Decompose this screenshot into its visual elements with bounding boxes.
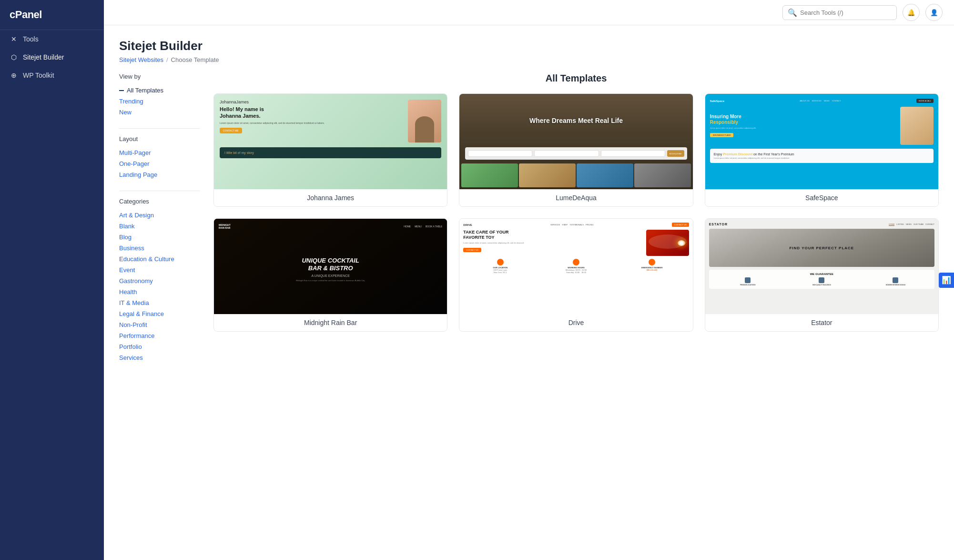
filter-portfolio[interactable]: Portfolio [119,341,200,352]
safespace-premium-desc: Lorem ipsum dolor sit amet, consectetur … [714,157,930,159]
cocktail-nav: MIDNIGHTRAIN BAR HOME MENU BOOK A TABLE [219,224,442,229]
estator-features: PREMIUM LOCATIONS HIGH QUALITY BUILDINGS… [712,277,932,286]
filter-art-design[interactable]: Art & Design [119,210,200,221]
safespace-book-btn: BOOK A CALL [916,99,934,103]
filter-landing-page[interactable]: Landing Page [119,169,200,180]
filter-multi-pager[interactable]: Multi-Pager [119,147,200,158]
template-preview-estator: ESTATOR HOME LISTING NEWS OUR TEAM CONTA… [705,219,938,314]
cocktail-logo: MIDNIGHTRAIN BAR [219,224,231,229]
filter-performance[interactable]: Performance [119,330,200,341]
sitejet-icon: ⬡ [10,53,18,61]
template-card-johanna-james[interactable]: JohannaJames Hello! My name isJohanna Ja… [213,93,447,207]
sidebar-item-label: Sitejet Builder [23,53,64,61]
safespace-nav-links: ABOUT US SERVICES NEWS CONTACT [800,100,841,102]
estator-nav: ESTATOR HOME LISTING NEWS OUR TEAM CONTA… [709,223,934,226]
template-card-lumedeaqua[interactable]: Where Dreams Meet Real Life BOOK A STAY [459,93,693,207]
lume-headline: Where Dreams Meet Real Life [465,117,687,124]
page-header: Sitejet Builder Sitejet Websites / Choos… [119,39,939,63]
sidebar-item-sitejet[interactable]: ⬡ Sitejet Builder [0,48,104,66]
lume-thumbnails [459,163,692,189]
filter-all-templates[interactable]: All Templates [119,85,200,96]
sidebar-item-tools[interactable]: ✕ Tools [0,30,104,48]
estator-feat-buildings-label: HIGH QUALITY BUILDINGS [786,284,858,286]
drive-features: OUR LOCATION 100 Forest LaneNew York, NY… [463,259,689,274]
user-menu-button[interactable]: 👤 [925,4,943,21]
template-name-cocktail: Midnight Rain Bar [214,314,447,331]
lume-checkin-field [468,150,532,157]
safespace-desc: Lorem ipsum dolor sit amet, consectetur … [710,127,896,129]
lume-thumb-1 [461,163,518,187]
sidebar-nav: ✕ Tools ⬡ Sitejet Builder ⊕ WP Toolkit [0,30,104,84]
filter-divider-1 [119,128,200,129]
layout-label: Layout [119,135,200,143]
johanna-bottom: I little bit of my story [220,147,441,158]
sidebar-item-label: WP Toolkit [23,71,54,79]
filter-health[interactable]: Health [119,286,200,297]
template-preview-johanna: JohannaJames Hello! My name isJohanna Ja… [214,94,447,189]
template-card-estator[interactable]: ESTATOR HOME LISTING NEWS OUR TEAM CONTA… [705,218,939,332]
filter-gastronomy[interactable]: Gastronomy [119,275,200,286]
estator-feat-premium-label: PREMIUM LOCATIONS [712,284,784,286]
filter-one-pager[interactable]: One-Pager [119,158,200,169]
main-area: 🔍 🔔 👤 Sitejet Builder Sitejet Websites /… [104,0,954,560]
filter-new[interactable]: New [119,107,200,118]
chart-icon: 📊 [942,275,951,285]
drive-cta: CONTACT US [463,248,481,252]
stats-button[interactable]: 📊 [939,273,954,288]
estator-logo: ESTATOR [709,223,728,226]
drive-headlight [678,240,685,246]
filter-it-media[interactable]: IT & Media [119,297,200,308]
template-card-safespace[interactable]: SafeSpace ABOUT US SERVICES NEWS CONTACT… [705,93,939,207]
breadcrumb-parent[interactable]: Sitejet Websites [119,56,163,63]
template-card-cocktail-bar[interactable]: MIDNIGHTRAIN BAR HOME MENU BOOK A TABLE … [213,218,447,332]
drive-desc: Lorem ipsum dolor sit amet, consectetur … [463,242,642,244]
estator-guarantee: WE GUARANTEE PREMIUM LOCATIONS HIGH QUAL… [709,270,934,289]
safespace-hero-text: Insuring MoreResponsibly Lorem ipsum dol… [710,114,896,138]
notifications-button[interactable]: 🔔 [903,4,920,21]
interior-icon [893,277,898,283]
bell-icon: 🔔 [907,9,915,16]
buildings-icon [819,277,824,283]
topbar: 🔍 🔔 👤 [104,0,954,25]
template-card-drive[interactable]: DRIVE SERVICES STAFF TESTIMONIALS PRICIN… [459,218,693,332]
search-input[interactable] [800,9,892,16]
estator-feat-interior-label: MODERN INTERIOR DESIGN [860,284,932,286]
cocktail-headline: UNIQUE COCKTAILBAR & BISTRO [302,257,359,272]
safespace-nav: SafeSpace ABOUT US SERVICES NEWS CONTACT… [710,99,934,103]
lume-booking-form: BOOK A STAY [465,147,687,160]
johanna-cta: CONTACT ME [220,128,242,133]
breadcrumb: Sitejet Websites / Choose Template [119,56,939,63]
estator-guarantee-title: WE GUARANTEE [712,273,932,275]
templates-area: All Templates JohannaJames Hello! My nam… [213,73,939,374]
template-preview-drive: DRIVE SERVICES STAFF TESTIMONIALS PRICIN… [459,219,692,314]
active-marker [119,90,124,91]
filter-blank[interactable]: Blank [119,221,200,232]
phone-icon [649,259,655,265]
filter-blog[interactable]: Blog [119,232,200,243]
drive-hours-value: Weekdays: 08:00 - 22:00Saturday: 10:00 -… [539,269,613,274]
johanna-header: JohannaJames Hello! My name isJohanna Ja… [220,100,441,143]
location-icon [497,259,504,265]
filter-services[interactable]: Services [119,352,200,363]
hours-icon [573,259,579,265]
search-box[interactable]: 🔍 [782,5,897,20]
template-name-drive: Drive [459,314,692,331]
estator-feat-premium: PREMIUM LOCATIONS [712,277,784,286]
drive-hero-text: TAKE CARE OF YOURFAVORITE TOY Lorem ipsu… [463,230,642,253]
drive-hero: TAKE CARE OF YOURFAVORITE TOY Lorem ipsu… [463,230,689,256]
estator-hero: FIND YOUR PERFECT PLACE [709,229,934,267]
filter-business[interactable]: Business [119,243,200,254]
sidebar-item-wp-toolkit[interactable]: ⊕ WP Toolkit [0,66,104,84]
view-by-label: View by [119,73,200,80]
logo-area: cPanel [0,0,104,30]
template-preview-safespace: SafeSpace ABOUT US SERVICES NEWS CONTACT… [705,94,938,189]
filter-trending[interactable]: Trending [119,96,200,107]
lume-thumb-2 [519,163,576,187]
drive-headline: TAKE CARE OF YOURFAVORITE TOY [463,230,642,240]
filter-non-profit[interactable]: Non-Profit [119,319,200,330]
filter-legal-finance[interactable]: Legal & Finance [119,308,200,319]
filter-event[interactable]: Event [119,265,200,275]
drive-feature-location: OUR LOCATION 100 Forest LaneNew York, NY… [463,259,537,274]
page-title: Sitejet Builder [119,39,939,53]
filter-education-culture[interactable]: Education & Culture [119,254,200,265]
